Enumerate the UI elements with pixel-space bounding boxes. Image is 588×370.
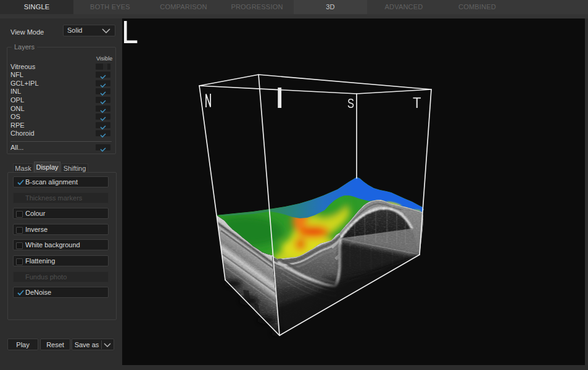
svg-text:T: T	[413, 94, 421, 111]
svg-text:S: S	[347, 96, 354, 111]
